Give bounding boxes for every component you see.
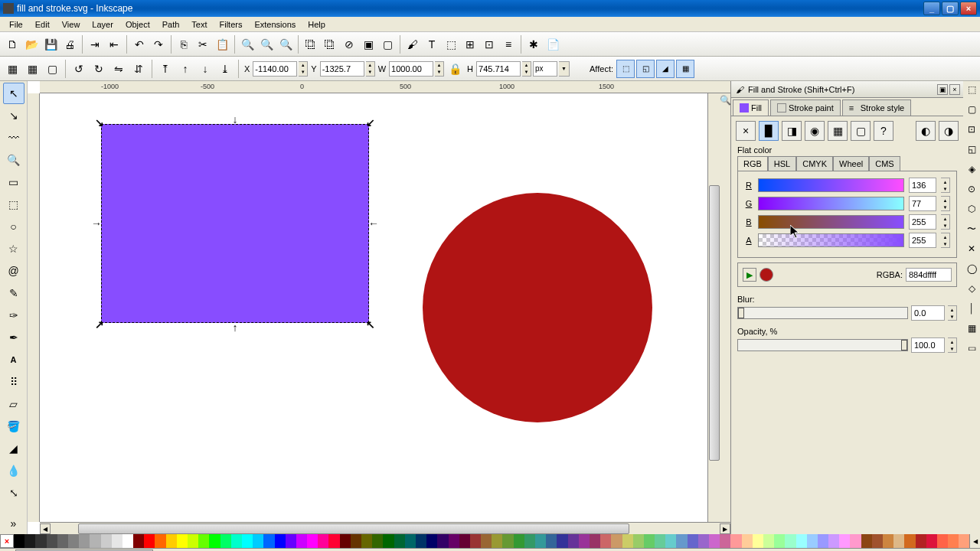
bucket-tool-icon[interactable]: 🪣 <box>3 416 24 437</box>
palette-swatch[interactable] <box>720 534 730 548</box>
b-spinner[interactable]: ▲▼ <box>941 214 950 230</box>
zoom-selection-icon[interactable]: 🔍 <box>238 35 256 54</box>
palette-swatch[interactable] <box>101 534 112 548</box>
snap-page-icon[interactable]: ▭ <box>965 341 978 355</box>
palette-swatch[interactable] <box>57 534 68 548</box>
save-icon[interactable]: 💾 <box>41 35 60 54</box>
transform-icon[interactable]: ⊡ <box>480 35 498 54</box>
palette-swatch[interactable] <box>361 534 372 548</box>
ungroup-icon[interactable]: ▢ <box>378 35 397 54</box>
fillstroke-icon[interactable]: 🖌 <box>403 35 422 54</box>
resize-handle-e[interactable]: ← <box>370 220 377 227</box>
flip-h-icon[interactable]: ⇋ <box>109 60 128 78</box>
snap-path-icon[interactable]: 〜 <box>965 222 978 236</box>
y-spinner[interactable]: ▲▼ <box>366 61 375 77</box>
x-spinner[interactable]: ▲▼ <box>299 61 308 77</box>
eraser-tool-icon[interactable]: ▱ <box>3 393 24 415</box>
close-button[interactable]: × <box>960 2 977 15</box>
resize-handle-se[interactable]: ↖ <box>367 321 374 328</box>
affect-stroke-icon[interactable]: ⬚ <box>616 60 635 78</box>
palette-swatch[interactable] <box>459 534 470 548</box>
a-input[interactable] <box>909 233 936 248</box>
rectangle-tool-icon[interactable]: ▭ <box>3 171 24 193</box>
flip-v-icon[interactable]: ⇵ <box>129 60 148 78</box>
g-input[interactable] <box>909 196 936 211</box>
unit-dropdown-icon[interactable]: ▼ <box>559 61 570 77</box>
g-spinner[interactable]: ▲▼ <box>941 196 950 211</box>
spiral-tool-icon[interactable]: @ <box>3 260 24 282</box>
select-all-layers-icon[interactable]: ▦ <box>23 60 41 78</box>
palette-swatch[interactable] <box>904 534 915 548</box>
palette-swatch[interactable] <box>633 534 644 548</box>
paint-radial-icon[interactable]: ◉ <box>805 121 825 141</box>
resize-handle-n[interactable]: ↓ <box>231 116 239 123</box>
palette-swatch[interactable] <box>426 534 437 548</box>
palette-swatch[interactable] <box>133 534 144 548</box>
scroll-left-icon[interactable]: ◀ <box>40 523 51 534</box>
tweak-tool-icon[interactable]: 〰 <box>3 127 24 148</box>
affect-pattern-icon[interactable]: ▦ <box>676 60 694 78</box>
fillrule-evenodd-icon[interactable]: ◑ <box>939 121 959 141</box>
snap-smooth-icon[interactable]: ◯ <box>965 262 978 276</box>
palette-swatch[interactable] <box>774 534 785 548</box>
palette-swatch[interactable] <box>242 534 253 548</box>
duplicate-icon[interactable]: ⿻ <box>302 35 320 54</box>
menu-path[interactable]: Path <box>156 18 186 31</box>
align-icon[interactable]: ⊞ <box>461 35 479 54</box>
palette-swatch[interactable] <box>188 534 198 548</box>
zoom-page-icon[interactable]: 🔍 <box>276 35 295 54</box>
palette-swatch[interactable] <box>394 534 405 548</box>
snap-center-icon[interactable]: ⊙ <box>965 182 978 196</box>
palette-swatch[interactable] <box>416 534 426 548</box>
resize-handle-w[interactable]: → <box>93 220 100 227</box>
palette-swatch[interactable] <box>590 534 600 548</box>
a-spinner[interactable]: ▲▼ <box>941 233 950 248</box>
cut-icon[interactable]: ✂ <box>194 35 212 54</box>
opacity-spinner[interactable]: ▲▼ <box>948 337 957 353</box>
blur-slider[interactable] <box>737 307 908 319</box>
palette-swatch[interactable] <box>35 534 46 548</box>
menu-filters[interactable]: Filters <box>214 18 249 31</box>
out-of-gamut-icon[interactable] <box>760 268 773 282</box>
palette-swatch[interactable] <box>611 534 622 548</box>
redo-icon[interactable]: ↷ <box>149 35 168 54</box>
palette-swatch[interactable] <box>166 534 177 548</box>
import-icon[interactable]: ⇥ <box>86 35 104 54</box>
palette-swatch[interactable] <box>730 534 741 548</box>
palette-swatch[interactable] <box>220 534 231 548</box>
y-input[interactable] <box>320 61 364 77</box>
paint-unknown-icon[interactable]: ? <box>874 121 893 141</box>
palette-swatch[interactable] <box>872 534 883 548</box>
undo-icon[interactable]: ↶ <box>130 35 149 54</box>
palette-swatch[interactable] <box>948 534 959 548</box>
palette-swatch[interactable] <box>861 534 872 548</box>
selector-tool-icon[interactable]: ↖ <box>3 83 24 104</box>
menu-edit[interactable]: Edit <box>29 18 56 31</box>
palette-menu-icon[interactable]: ◀ <box>969 534 980 548</box>
canvas-vscrollbar[interactable] <box>707 93 720 522</box>
unit-select[interactable]: px <box>533 61 557 77</box>
g-slider[interactable] <box>758 197 904 210</box>
snap-cusp-icon[interactable]: ◇ <box>965 282 978 295</box>
palette-swatch[interactable] <box>177 534 188 548</box>
palette-swatch[interactable] <box>263 534 274 548</box>
palette-swatch[interactable] <box>47 534 57 548</box>
palette-swatch[interactable] <box>449 534 459 548</box>
palette-swatch[interactable] <box>351 534 361 548</box>
palette-swatch[interactable] <box>688 534 698 548</box>
colortab-cmyk[interactable]: CMYK <box>796 156 833 171</box>
copy-icon[interactable]: ⎘ <box>175 35 193 54</box>
paste-icon[interactable]: 📋 <box>213 35 231 54</box>
snap-intersection-icon[interactable]: ✕ <box>965 242 978 256</box>
ellipse-tool-icon[interactable]: ○ <box>3 216 24 237</box>
palette-swatch[interactable] <box>253 534 263 548</box>
palette-swatch[interactable] <box>763 534 774 548</box>
palette-swatch[interactable] <box>753 534 763 548</box>
connector-tool-icon[interactable]: ⤡ <box>3 482 24 504</box>
bezier-tool-icon[interactable]: ✑ <box>3 305 24 326</box>
snap-guide-icon[interactable]: │ <box>965 302 978 315</box>
blur-spinner[interactable]: ▲▼ <box>948 305 957 321</box>
palette-swatch[interactable] <box>112 534 122 548</box>
text-tool-icon[interactable]: A <box>3 349 24 370</box>
palette-swatch[interactable] <box>742 534 753 548</box>
